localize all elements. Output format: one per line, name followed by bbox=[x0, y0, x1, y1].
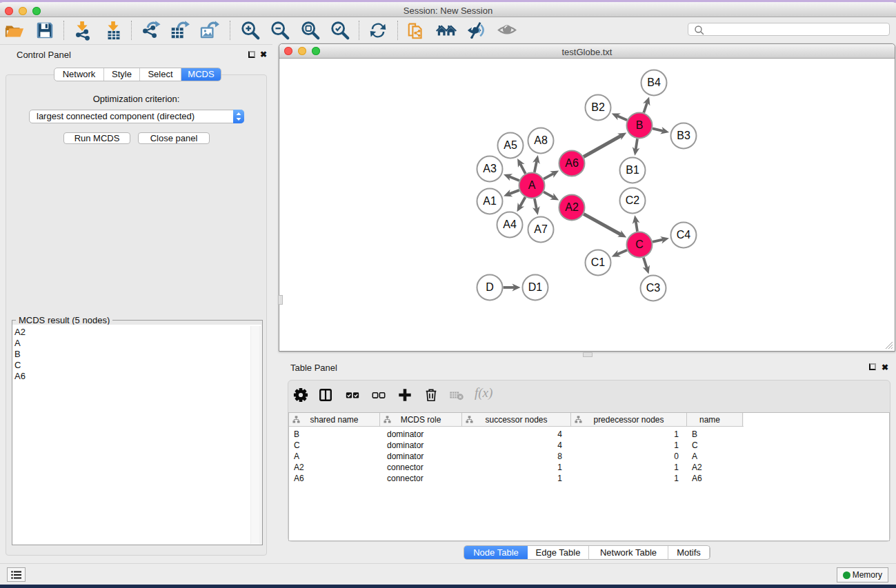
svg-text:C4: C4 bbox=[677, 229, 691, 241]
svg-text:A7: A7 bbox=[534, 223, 548, 235]
svg-text:C: C bbox=[635, 239, 644, 250]
svg-text:A2: A2 bbox=[565, 201, 579, 213]
svg-text:D: D bbox=[486, 281, 494, 293]
svg-text:B: B bbox=[636, 119, 644, 131]
svg-text:A5: A5 bbox=[504, 139, 517, 151]
svg-text:C3: C3 bbox=[646, 282, 661, 294]
svg-text:B2: B2 bbox=[591, 101, 605, 113]
svg-text:B1: B1 bbox=[626, 164, 639, 176]
svg-text:A4: A4 bbox=[503, 219, 517, 230]
svg-text:A: A bbox=[528, 179, 536, 191]
svg-text:B3: B3 bbox=[677, 130, 690, 141]
svg-text:D1: D1 bbox=[528, 281, 543, 293]
svg-text:A3: A3 bbox=[483, 163, 497, 174]
svg-text:B4: B4 bbox=[647, 77, 661, 88]
svg-text:A6: A6 bbox=[565, 157, 579, 169]
svg-text:A8: A8 bbox=[534, 134, 548, 146]
svg-text:A1: A1 bbox=[483, 195, 497, 207]
svg-text:C2: C2 bbox=[626, 194, 640, 206]
svg-text:C1: C1 bbox=[591, 256, 606, 268]
